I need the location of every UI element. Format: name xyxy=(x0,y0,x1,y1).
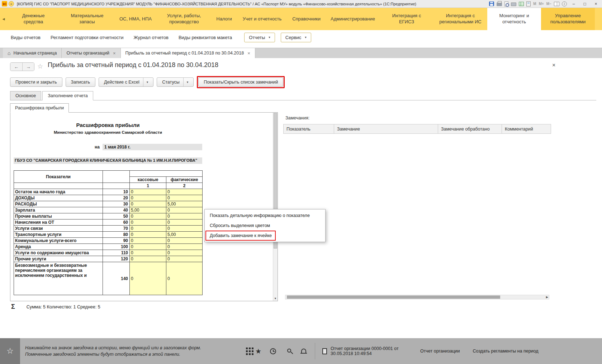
line-code-cell[interactable]: 50 xyxy=(103,213,130,219)
line-code-cell[interactable]: 80 xyxy=(103,232,130,238)
ribbon-section-8[interactable]: Администрирование xyxy=(326,8,380,30)
ribbon-section-11[interactable]: Мониторинг и отчетность xyxy=(487,8,541,30)
tab-close-icon[interactable]: × xyxy=(113,51,116,56)
indicator-name-cell[interactable]: Услуги по содержанию имущества xyxy=(14,250,103,256)
doc-tab-2[interactable]: Отчеты организаций× xyxy=(62,48,120,58)
print-preview-icon[interactable] xyxy=(504,1,508,6)
indicator-name-cell[interactable]: Аренда xyxy=(14,244,103,250)
ribbon-scroll-left-icon[interactable]: ◀ xyxy=(1,8,6,30)
remarks-column-2[interactable]: Замечание xyxy=(334,124,438,133)
ribbon-section-2[interactable]: Материальные запасы xyxy=(60,8,114,30)
ribbon-section-12[interactable]: Управление пользователями xyxy=(541,8,595,30)
forward-button[interactable]: → xyxy=(22,63,34,71)
submenu-link-1[interactable]: Виды отчетов xyxy=(11,35,41,40)
cash-value-cell[interactable]: 0 xyxy=(130,219,166,226)
line-code-cell[interactable]: 30 xyxy=(103,201,130,207)
save-icon[interactable] xyxy=(489,1,494,6)
remarks-column-1[interactable]: Показатель xyxy=(284,124,334,133)
line-code-cell[interactable]: 140 xyxy=(103,262,130,295)
ribbon-section-5[interactable]: Налоги xyxy=(211,8,237,30)
fact-value-cell[interactable]: 0 xyxy=(166,207,203,213)
submenu-link-3[interactable]: Журнал отчетов xyxy=(133,35,168,40)
indicator-name-cell[interactable]: Транспортные услуги xyxy=(14,232,103,238)
form-close-icon[interactable]: × xyxy=(552,62,555,68)
page-setup-icon[interactable] xyxy=(511,3,516,6)
close-button[interactable]: × xyxy=(592,1,600,6)
line-code-cell[interactable]: 90 xyxy=(103,238,130,244)
search-icon[interactable] xyxy=(284,347,292,355)
status-item-3[interactable]: Создать регламенты на период xyxy=(473,349,539,354)
line-code-cell[interactable]: 110 xyxy=(103,250,130,256)
context-menu-item-2[interactable]: Сбросить выделения цветом xyxy=(205,221,325,231)
favorite-star-icon[interactable]: ☆ xyxy=(37,62,43,70)
submenu-dropdown-1[interactable]: Отчеты▾ xyxy=(244,33,275,42)
ribbon-section-6[interactable]: Учет и отчетность xyxy=(237,8,287,30)
indicator-name-cell[interactable]: Прочие услуги xyxy=(14,256,103,262)
cash-value-cell[interactable]: 0 xyxy=(130,226,166,232)
memory-m-minus-button[interactable]: M− xyxy=(546,2,551,6)
fact-value-cell[interactable]: 0 xyxy=(166,213,203,219)
date-cell[interactable]: 1 мая 2018 г. xyxy=(103,144,202,150)
fact-value-cell[interactable]: 5,00 xyxy=(166,232,203,238)
back-button[interactable]: ← xyxy=(10,63,22,71)
submenu-link-2[interactable]: Регламент подготовки отчетности xyxy=(51,35,124,40)
fact-value-cell[interactable]: 0 xyxy=(166,189,203,195)
ribbon-section-10[interactable]: Интеграция с региональными ИС xyxy=(433,8,487,30)
fact-value-cell[interactable]: 0 xyxy=(166,226,203,232)
indicator-name-cell[interactable]: ДОХОДЫ xyxy=(14,195,103,201)
vertical-scrollbar[interactable]: ▼ xyxy=(273,113,278,301)
cash-value-cell[interactable]: 0 xyxy=(130,262,166,295)
scrollbar-thumb[interactable] xyxy=(287,296,500,299)
scroll-down-icon[interactable]: ▼ xyxy=(273,297,278,300)
maximize-button[interactable]: □ xyxy=(580,1,589,6)
fact-value-cell[interactable]: 0 xyxy=(166,256,203,262)
form-tab-1[interactable]: Основное xyxy=(10,91,41,100)
remarks-column-3[interactable]: Замечание обработано xyxy=(438,124,502,133)
memory-m-plus-button[interactable]: M+ xyxy=(539,2,544,6)
tab-close-icon[interactable]: × xyxy=(247,51,250,56)
line-code-cell[interactable]: 10 xyxy=(103,189,130,195)
fact-value-cell[interactable]: 0 xyxy=(166,219,203,226)
minimize-button[interactable]: – xyxy=(569,1,578,6)
indicator-name-cell[interactable]: Прочие выплаты xyxy=(14,213,103,219)
ribbon-section-9[interactable]: Интеграция с ЕГИСЗ xyxy=(380,8,433,30)
cash-value-cell[interactable]: 0 xyxy=(130,256,166,262)
submenu-dropdown-2[interactable]: Сервис▾ xyxy=(281,33,311,42)
indicator-name-cell[interactable]: Безвозмездные и безвозвратные перечислен… xyxy=(14,262,103,295)
cash-value-cell[interactable]: 0 xyxy=(130,189,166,195)
line-code-cell[interactable]: 60 xyxy=(103,219,130,226)
cash-value-cell[interactable]: 0 xyxy=(130,232,166,238)
context-menu-item-3[interactable]: Добавить замечание к ячейке xyxy=(205,231,325,241)
remarks-column-4[interactable]: Комментарий xyxy=(502,124,551,133)
horizontal-scrollbar[interactable]: ▶ xyxy=(285,295,549,299)
status-item-2[interactable]: Отчет организации xyxy=(420,349,460,354)
status-item-1[interactable]: Отчет организации 0000-0001 от 30.05.201… xyxy=(331,346,407,356)
cash-value-cell[interactable]: 0 xyxy=(130,195,166,201)
form-tab-2[interactable]: Заполнение отчета xyxy=(42,91,93,100)
memory-m-button[interactable]: M xyxy=(533,2,536,6)
ribbon-section-4[interactable]: Услуги, работы, производство xyxy=(157,8,211,30)
context-menu-item-1[interactable]: Показать детальную информацию о показате… xyxy=(205,211,325,221)
cash-value-cell[interactable]: 0 xyxy=(130,250,166,256)
doc-tab-3[interactable]: Прибыль за отчетный период с 01.04.2018 … xyxy=(121,48,255,58)
line-code-cell[interactable]: 120 xyxy=(103,256,130,262)
favorites-icon[interactable]: ★ xyxy=(255,347,261,355)
menu-grid-icon[interactable] xyxy=(240,347,248,355)
history-icon[interactable] xyxy=(269,347,277,355)
fact-value-cell[interactable]: 0 xyxy=(166,262,203,295)
cash-value-cell[interactable]: 0 xyxy=(130,213,166,219)
line-code-cell[interactable]: 100 xyxy=(103,244,130,250)
ribbon-section-3[interactable]: ОС, НМА, НПА xyxy=(114,8,157,30)
line-code-cell[interactable]: 20 xyxy=(103,195,130,201)
indicator-name-cell[interactable]: РАСХОДЫ xyxy=(14,201,103,207)
ribbon-section-7[interactable]: Справочники xyxy=(287,8,326,30)
ribbon-section-1[interactable]: Денежные средства xyxy=(6,8,60,30)
indicator-name-cell[interactable]: Зарплата xyxy=(14,207,103,213)
toggle-remarks-button[interactable]: Показать/Скрыть список замечаний xyxy=(198,77,283,87)
scroll-right-icon[interactable]: ▶ xyxy=(546,296,548,299)
cash-value-cell[interactable]: 0 xyxy=(130,201,166,207)
fact-value-cell[interactable]: 0 xyxy=(166,244,203,250)
line-code-cell[interactable]: 40 xyxy=(103,207,130,213)
report-subtab[interactable]: Расшифровка прибыли xyxy=(10,103,69,113)
write-button[interactable]: Записать xyxy=(66,77,95,87)
